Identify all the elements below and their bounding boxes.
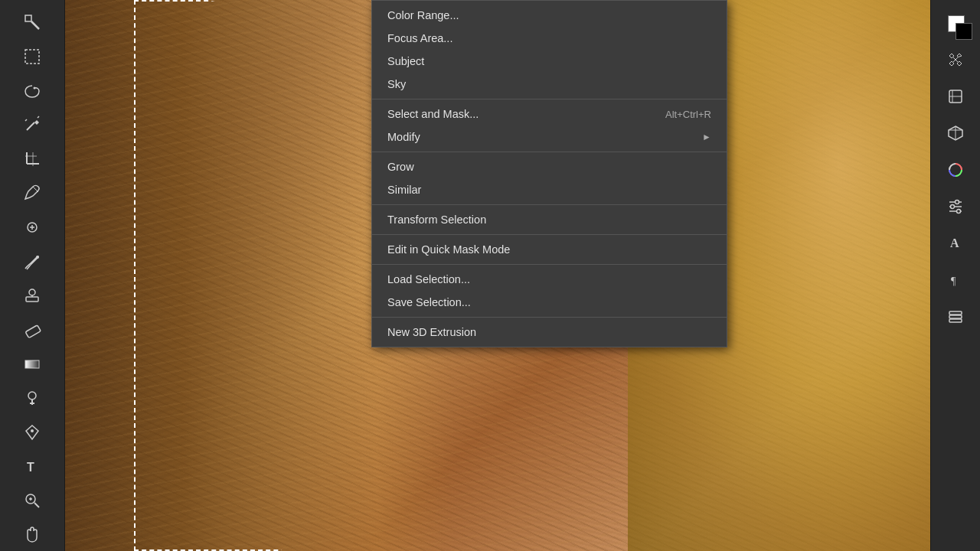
adjustments-tool[interactable] xyxy=(939,190,972,223)
svg-rect-47 xyxy=(949,315,962,318)
svg-rect-2 xyxy=(25,50,39,64)
menu-item-transform-selection-label: Transform Selection xyxy=(387,214,486,226)
hand-tool[interactable] xyxy=(15,518,49,551)
brush-tool[interactable] xyxy=(15,245,49,278)
menu-item-save-selection-label: Save Selection... xyxy=(387,296,471,308)
type-tool[interactable]: T xyxy=(15,450,49,483)
separator-6 xyxy=(372,317,727,318)
context-menu: Color Range... Focus Area... Subject Sky… xyxy=(371,0,727,347)
menu-item-color-range[interactable]: Color Range... xyxy=(372,4,727,27)
magic-wand-tool[interactable] xyxy=(15,109,49,142)
menu-item-new-3d-extrusion[interactable]: New 3D Extrusion xyxy=(372,321,727,344)
svg-rect-20 xyxy=(25,325,41,338)
menu-item-select-and-mask[interactable]: Select and Mask... Alt+Ctrl+R xyxy=(372,103,727,126)
paragraph-panel[interactable]: ¶ xyxy=(939,263,972,297)
menu-item-load-selection-label: Load Selection... xyxy=(387,273,470,285)
menu-item-grow[interactable]: Grow xyxy=(372,155,727,178)
svg-line-7 xyxy=(38,116,39,118)
menu-item-modify[interactable]: Modify ► xyxy=(372,126,727,148)
character-panel[interactable]: A xyxy=(939,227,972,260)
menu-item-similar[interactable]: Similar xyxy=(372,178,727,201)
menu-item-subject[interactable]: Subject xyxy=(372,50,727,73)
svg-line-4 xyxy=(27,122,34,130)
menu-item-focus-area[interactable]: Focus Area... xyxy=(372,27,727,50)
healing-brush-tool[interactable] xyxy=(15,211,49,244)
layers-panel[interactable] xyxy=(939,300,972,334)
menu-item-grow-label: Grow xyxy=(387,161,414,173)
menu-item-sky[interactable]: Sky xyxy=(372,73,727,96)
menu-item-modify-label: Modify xyxy=(387,131,420,143)
gradient-tool[interactable] xyxy=(15,347,49,380)
svg-marker-5 xyxy=(34,120,39,125)
menu-item-load-selection[interactable]: Load Selection... xyxy=(372,268,727,291)
menu-item-subject-label: Subject xyxy=(387,55,424,67)
library-tool[interactable] xyxy=(939,80,972,113)
menu-item-select-mask-label: Select and Mask... xyxy=(387,108,479,120)
svg-rect-18 xyxy=(26,297,38,302)
options-tool[interactable] xyxy=(939,43,972,77)
dodge-tool[interactable] xyxy=(15,382,49,415)
svg-point-22 xyxy=(28,392,36,399)
svg-point-25 xyxy=(31,429,34,432)
zoom-tool[interactable] xyxy=(15,484,49,517)
left-toolbar: T xyxy=(0,0,65,551)
separator-1 xyxy=(372,99,727,99)
menu-item-transform-selection[interactable]: Transform Selection xyxy=(372,208,727,231)
menu-item-select-mask-shortcut: Alt+Ctrl+R xyxy=(665,109,711,120)
svg-text:¶: ¶ xyxy=(951,276,956,287)
menu-item-focus-area-label: Focus Area... xyxy=(387,32,452,44)
svg-line-28 xyxy=(34,503,39,507)
3d-tool[interactable] xyxy=(939,116,972,150)
separator-4 xyxy=(372,234,727,235)
svg-line-1 xyxy=(31,21,39,29)
svg-point-43 xyxy=(957,210,961,214)
menu-item-quick-mask[interactable]: Edit in Quick Mask Mode xyxy=(372,238,727,261)
menu-item-color-range-label: Color Range... xyxy=(387,9,459,21)
color-tool[interactable] xyxy=(939,153,972,187)
separator-2 xyxy=(372,152,727,152)
svg-point-42 xyxy=(951,205,955,209)
svg-rect-48 xyxy=(949,311,962,315)
menu-item-save-selection[interactable]: Save Selection... xyxy=(372,291,727,314)
stamp-tool[interactable] xyxy=(15,279,49,312)
eraser-tool[interactable] xyxy=(15,314,49,347)
svg-rect-46 xyxy=(949,319,962,322)
svg-line-12 xyxy=(33,187,38,192)
svg-rect-21 xyxy=(25,360,39,368)
foreground-color[interactable] xyxy=(939,6,972,40)
menu-item-modify-arrow: ► xyxy=(702,132,711,142)
menu-item-quick-mask-label: Edit in Quick Mask Mode xyxy=(387,243,510,256)
pen-tool[interactable] xyxy=(15,416,49,449)
separator-3 xyxy=(372,204,727,205)
menu-item-sky-label: Sky xyxy=(387,78,406,90)
svg-point-41 xyxy=(956,201,959,204)
crop-tool[interactable] xyxy=(15,143,49,176)
svg-text:T: T xyxy=(27,461,34,474)
move-tool[interactable] xyxy=(15,6,49,39)
separator-5 xyxy=(372,264,727,265)
svg-text:A: A xyxy=(950,236,959,249)
svg-point-16 xyxy=(36,256,39,259)
marquee-tool[interactable] xyxy=(15,41,49,73)
svg-line-6 xyxy=(25,119,27,121)
svg-point-3 xyxy=(34,86,36,89)
menu-item-new-3d-extrusion-label: New 3D Extrusion xyxy=(387,326,476,338)
svg-point-17 xyxy=(29,289,35,295)
lasso-tool[interactable] xyxy=(15,74,49,107)
eyedropper-tool[interactable] xyxy=(15,177,49,210)
svg-rect-0 xyxy=(25,15,31,21)
right-toolbar: A ¶ xyxy=(930,0,980,551)
menu-item-similar-label: Similar xyxy=(387,184,421,196)
